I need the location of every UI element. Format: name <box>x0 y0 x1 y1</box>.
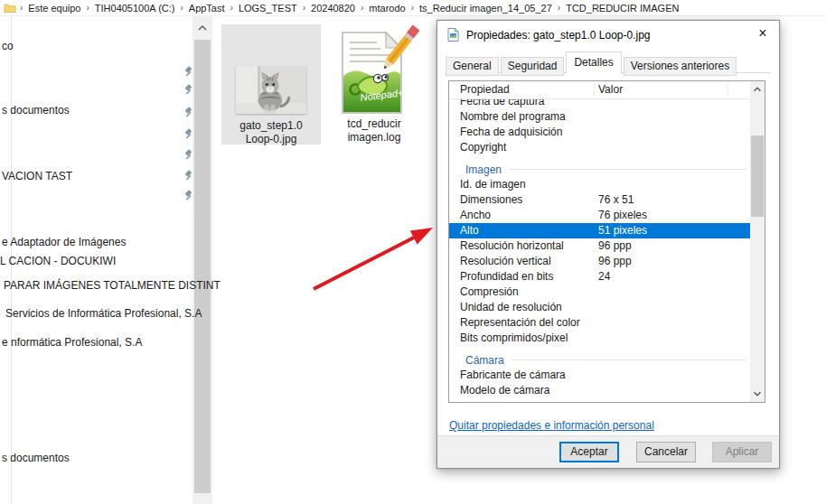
sidebar-item-e-nform-tica-profesional-s-a[interactable]: e nformática Profesional, S.A <box>2 336 142 349</box>
property-name: Resolución horizontal <box>460 238 564 254</box>
sidebar-item-s-documentos[interactable]: s documentos <box>2 104 70 117</box>
breadcrumb-separator-icon: › <box>86 3 89 13</box>
breadcrumb-separator-icon: › <box>230 3 233 13</box>
scrollbar-thumb[interactable] <box>194 40 211 493</box>
breadcrumb-item-tcd-reducir-imagen[interactable]: TCD_REDUCIR IMAGEN <box>564 3 681 14</box>
desktop-root: { "colors": { "selection_blue": "#0078d7… <box>0 0 826 504</box>
dialog-titlebar[interactable]: Propiedades: gato_step1.0 Loop-0.jpg × <box>437 21 779 48</box>
details-row-profundidad-en-bits[interactable]: Profundidad en bits24 <box>449 269 750 285</box>
scroll-up-icon[interactable] <box>751 83 764 96</box>
details-rows: Fecha de capturaNombre del programaFecha… <box>449 94 750 398</box>
property-name: Bits comprimidos/pixel <box>460 331 568 346</box>
tab-versiones-anteriores[interactable]: Versiones anteriores <box>624 57 737 76</box>
file-gato-jpg[interactable]: gato_step1.0 Loop-0.jpg <box>221 24 321 145</box>
notepad-plus-plus-icon: Notepad++ <box>328 29 420 117</box>
tab-detalles[interactable]: Detalles <box>566 51 621 74</box>
pushpin-icon <box>182 148 193 160</box>
details-row-fabricante-de-c-mara[interactable]: Fabricante de cámara <box>449 368 750 383</box>
tab-seguridad[interactable]: Seguridad <box>501 57 565 76</box>
property-name: Fabricante de cámara <box>460 368 566 383</box>
folder-icon <box>4 3 16 14</box>
scrollbar-thumb[interactable] <box>751 135 764 217</box>
details-section-imagen: Imagen <box>449 162 750 177</box>
cancelar-button[interactable]: Cancelar <box>636 442 696 462</box>
details-row-resoluci-n-vertical[interactable]: Resolución vertical96 ppp <box>449 254 750 269</box>
section-label: Imagen <box>465 163 502 176</box>
property-name: Nombre del programa <box>460 109 566 125</box>
details-row-nombre-del-programa[interactable]: Nombre del programa <box>449 109 750 125</box>
breadcrumb-separator-icon: › <box>558 3 560 13</box>
details-row-unidad-de-resoluci-n[interactable]: Unidad de resolución <box>449 300 750 315</box>
column-divider[interactable] <box>727 82 728 97</box>
pushpin-icon <box>182 65 193 77</box>
sidebar-item-e-adaptador-de-im-genes[interactable]: e Adaptador de Imágenes <box>2 236 126 248</box>
breadcrumb-separator-icon: › <box>411 3 414 13</box>
details-column-header: Propiedad Valor <box>449 81 750 99</box>
details-listbox: Propiedad Valor Fecha de capturaNombre d… <box>448 80 765 403</box>
details-row-modelo-de-c-mara[interactable]: Modelo de cámara <box>449 383 750 398</box>
breadcrumb-item-tih0405100a-c[interactable]: TIH0405100A (C:) <box>93 3 177 14</box>
property-name: Modelo de cámara <box>460 383 549 398</box>
details-row-id-de-imagen[interactable]: Id. de imagen <box>449 177 750 192</box>
details-row-alto[interactable]: Alto51 pixeles <box>449 223 750 238</box>
sidebar-item-vacion-tast[interactable]: VACION TAST <box>2 170 72 182</box>
breadcrumb: ›Este equipo›TIH0405100A (C:)›AppTast›LO… <box>0 0 826 16</box>
close-icon[interactable]: × <box>746 21 779 48</box>
details-row-bits-comprimidos-pixel[interactable]: Bits comprimidos/pixel <box>449 331 750 346</box>
pushpin-icon <box>182 169 193 181</box>
file-tcd-reducir-log[interactable]: Notepad++ tcd_reducir imagen.log <box>322 24 427 145</box>
column-propiedad[interactable]: Propiedad <box>460 83 510 96</box>
property-name: Resolución vertical <box>460 254 551 269</box>
details-row-dimensiones[interactable]: Dimensiones76 x 51 <box>449 192 750 208</box>
dialog-tabs: GeneralSeguridadDetallesVersiones anteri… <box>446 53 771 73</box>
property-name: Fecha de adquisición <box>460 125 562 140</box>
breadcrumb-item-logs-test[interactable]: LOGS_TEST <box>237 3 299 14</box>
breadcrumb-separator-icon: › <box>361 3 363 13</box>
properties-dialog: Propiedades: gato_step1.0 Loop-0.jpg × G… <box>436 20 780 469</box>
breadcrumb-item-este-equipo[interactable]: Este equipo <box>26 3 82 14</box>
details-scrollbar[interactable] <box>750 81 765 402</box>
dialog-title: Propiedades: gato_step1.0 Loop-0.jpg <box>466 29 651 42</box>
file-label-line: gato_step1.0 <box>221 119 321 133</box>
sidebar-item-servicios-de-inform-tica-profesional-s-a[interactable]: Servicios de Informática Profesional, S.… <box>5 307 202 320</box>
file-label-line: tcd_reducir <box>322 117 427 131</box>
remove-properties-link[interactable]: Quitar propiedades e información persona… <box>449 419 654 432</box>
property-value: 96 ppp <box>598 254 632 269</box>
file-label-line: Loop-0.jpg <box>221 133 321 146</box>
sidebar-item-l-cacion-docukiwi[interactable]: L CACION - DOCUKIWI <box>0 255 116 267</box>
details-row-compresi-n[interactable]: Compresión <box>449 285 750 300</box>
property-name: Unidad de resolución <box>460 300 562 315</box>
breadcrumb-item-ts-reducir-imagen-14-05-27[interactable]: ts_Reducir imagen_14_05_27 <box>418 3 554 14</box>
scroll-down-icon[interactable] <box>751 387 764 400</box>
property-value: 76 pixeles <box>598 208 647 223</box>
tab-general[interactable]: General <box>446 57 499 76</box>
property-name: Ancho <box>460 208 491 223</box>
scroll-up-icon[interactable] <box>195 21 210 35</box>
property-value: 51 pixeles <box>598 223 647 238</box>
column-valor[interactable]: Valor <box>598 83 623 96</box>
sidebar-item-parar-im-genes-totalmente-distint[interactable]: PARAR IMÁGENES TOTALMENTE DISTINT <box>4 279 221 292</box>
breadcrumb-separator-icon: › <box>20 3 23 13</box>
details-row-representaci-n-del-color[interactable]: Representación del color <box>449 315 750 331</box>
column-divider[interactable] <box>594 82 595 97</box>
property-name: Id. de imagen <box>460 177 526 192</box>
file-properties-icon <box>446 28 460 42</box>
breadcrumb-item-mtarodo[interactable]: mtarodo <box>367 3 407 14</box>
aceptar-button[interactable]: Aceptar <box>559 442 619 462</box>
sidebar-item-s-documentos[interactable]: s documentos <box>2 452 70 464</box>
breadcrumb-item-apptast[interactable]: AppTast <box>187 3 227 14</box>
sidebar-item-co[interactable]: co <box>2 40 14 52</box>
details-row-ancho[interactable]: Ancho76 pixeles <box>449 208 750 223</box>
details-section-c-mara: Cámara <box>449 352 750 368</box>
cat-photo-thumbnail <box>236 66 306 114</box>
breadcrumb-item-20240820[interactable]: 20240820 <box>309 3 357 14</box>
details-row-fecha-de-adquisici-n[interactable]: Fecha de adquisición <box>449 125 750 140</box>
sidebar-scrollbar[interactable] <box>192 16 212 504</box>
property-name: Compresión <box>460 285 519 300</box>
property-name: Profundidad en bits <box>460 269 553 285</box>
details-row-resoluci-n-horizontal[interactable]: Resolución horizontal96 ppp <box>449 238 750 254</box>
section-label: Cámara <box>465 354 504 367</box>
property-name: Representación del color <box>460 315 580 331</box>
property-name: Copyright <box>460 140 506 155</box>
details-row-copyright[interactable]: Copyright <box>449 140 750 155</box>
